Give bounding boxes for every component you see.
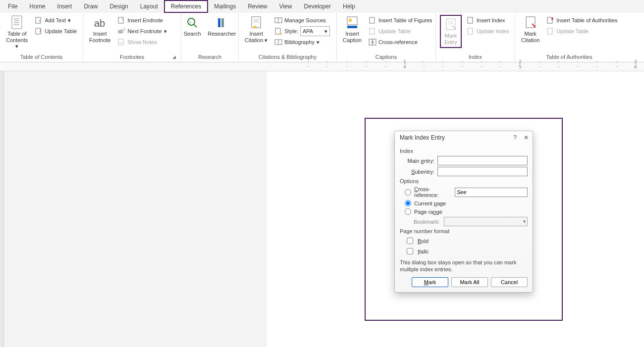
svg-point-44 [551, 18, 553, 20]
researcher-icon [215, 16, 229, 30]
ruler[interactable]: · · · · · 1 · · · · · 2 · · · · · 3 · · … [0, 62, 644, 71]
section-index: Index [400, 148, 528, 154]
svg-rect-14 [118, 39, 123, 45]
search-icon: i [185, 16, 199, 30]
svg-text:ab: ab [118, 29, 124, 34]
tab-developer[interactable]: Developer [298, 1, 337, 12]
tab-insert[interactable]: Insert [51, 1, 78, 12]
update-captions-button[interactable]: Update Table [367, 26, 434, 37]
current-page-label: Current page [414, 200, 446, 206]
page-margin-area [4, 71, 267, 347]
mark-citation-icon [524, 16, 537, 30]
table-of-contents-button[interactable]: Table of Contents ▾ [4, 15, 30, 50]
group-label-authorities: Table of Authorities [519, 53, 619, 62]
cross-reference-button[interactable]: Cross-reference [367, 37, 434, 48]
tab-view[interactable]: View [273, 1, 298, 12]
manage-sources-button[interactable]: Manage Sources [272, 15, 332, 26]
italic-checkbox[interactable] [407, 248, 413, 254]
svg-text:★: ★ [253, 24, 258, 30]
cross-reference-input[interactable] [455, 188, 528, 197]
svg-rect-41 [468, 28, 473, 34]
bibliography-button[interactable]: Bibliography ▾ [272, 37, 332, 48]
cross-reference-label: Cross-reference: [414, 186, 452, 198]
svg-point-16 [188, 18, 195, 25]
subentry-input[interactable] [437, 167, 528, 176]
researcher-label: Researcher [208, 31, 236, 37]
bold-checkbox[interactable] [407, 238, 413, 244]
group-label-toc: Table of Contents [4, 53, 79, 62]
svg-rect-40 [468, 17, 473, 23]
current-page-radio[interactable] [405, 200, 411, 206]
update-index-button[interactable]: Update Index [465, 26, 511, 37]
show-notes-button[interactable]: Show Notes [115, 37, 168, 48]
mark-all-button[interactable]: Mark All [451, 277, 488, 287]
svg-line-17 [194, 24, 197, 27]
researcher-button[interactable]: Researcher [206, 15, 238, 38]
bold-label: Bold [418, 238, 429, 244]
svg-text:i: i [122, 17, 123, 20]
style-selector[interactable]: Style: APA▾ [272, 26, 332, 37]
group-captions: Insert Caption Insert Table of Figures U… [337, 13, 436, 62]
tab-design[interactable]: Design [104, 1, 134, 12]
crossref-icon [369, 38, 376, 46]
insert-endnote-button[interactable]: i Insert Endnote [115, 15, 168, 26]
cross-reference-radio[interactable] [405, 189, 411, 196]
insert-tof-button[interactable]: Insert Table of Figures [367, 15, 434, 26]
tab-review[interactable]: Review [242, 1, 273, 12]
insert-index-icon [467, 16, 475, 24]
insert-footnote-button[interactable]: ab1 Insert Footnote [87, 15, 112, 44]
svg-rect-34 [370, 28, 375, 34]
dialog-close-button[interactable]: ✕ [524, 134, 529, 141]
group-research: i Search Researcher Research [181, 13, 239, 62]
insert-citation-label: Insert Citation ▾ [245, 31, 268, 43]
search-button[interactable]: i Search [182, 15, 203, 38]
bookmark-select[interactable]: ▾ [444, 217, 528, 226]
mark-citation-button[interactable]: Mark Citation [519, 15, 541, 44]
cancel-button[interactable]: Cancel [491, 277, 528, 287]
main-entry-input[interactable] [437, 156, 528, 165]
footnotes-dialog-launcher[interactable]: ◢ [171, 54, 177, 60]
tof-icon [369, 16, 376, 24]
next-footnote-button[interactable]: ab1 Next Footnote ▾ [115, 26, 168, 37]
bookmark-label: Bookmark: [414, 219, 441, 225]
svg-text:i: i [190, 20, 191, 25]
tab-help[interactable]: Help [337, 1, 361, 12]
document-page[interactable]: Mark Index Entry ? ✕ Index Main entry: S… [267, 71, 644, 347]
style-dropdown[interactable]: APA▾ [300, 26, 330, 36]
tab-mailings[interactable]: Mailings [208, 1, 242, 12]
mark-button[interactable]: Mark [412, 277, 448, 287]
group-label-captions: Captions [341, 53, 431, 62]
insert-citation-button[interactable]: ★ Insert Citation ▾ [243, 15, 269, 44]
insert-toa-button[interactable]: Insert Table of Authorities [544, 15, 619, 26]
add-text-icon: + [35, 16, 43, 24]
insert-caption-button[interactable]: Insert Caption [341, 15, 364, 44]
tab-draw[interactable]: Draw [78, 1, 104, 12]
ribbon: Table of Contents ▾ + Add Text ▾ Update … [0, 13, 644, 62]
bibliography-icon [274, 38, 282, 46]
svg-point-31 [349, 19, 352, 22]
add-text-button[interactable]: + Add Text ▾ [33, 15, 79, 26]
svg-rect-0 [12, 16, 22, 29]
search-label: Search [184, 31, 201, 37]
main-entry-label: Main entry: [400, 158, 434, 164]
svg-rect-30 [347, 17, 357, 25]
vertical-ruler[interactable] [0, 71, 4, 347]
dialog-hint: This dialog box stays open so that you c… [400, 259, 528, 273]
update-captions-icon [369, 27, 376, 35]
subentry-label: Subentry: [400, 169, 434, 175]
update-toa-button[interactable]: Update Table [544, 26, 619, 37]
svg-text:1: 1 [107, 17, 107, 22]
dialog-titlebar[interactable]: Mark Index Entry ? ✕ [395, 131, 533, 144]
mark-entry-button[interactable]: Mark Entry [440, 15, 462, 48]
update-toc-button[interactable]: Update Table [33, 26, 79, 37]
tab-home[interactable]: Home [23, 1, 51, 12]
tab-file[interactable]: File [2, 1, 23, 12]
tab-layout[interactable]: Layout [134, 1, 164, 12]
mark-entry-icon [444, 18, 458, 32]
insert-index-button[interactable]: Insert Index [465, 15, 511, 26]
dialog-help-button[interactable]: ? [513, 134, 517, 141]
caption-icon [345, 16, 359, 30]
citation-icon: ★ [249, 16, 263, 30]
tab-references[interactable]: References [164, 0, 208, 13]
page-range-radio[interactable] [405, 208, 411, 215]
